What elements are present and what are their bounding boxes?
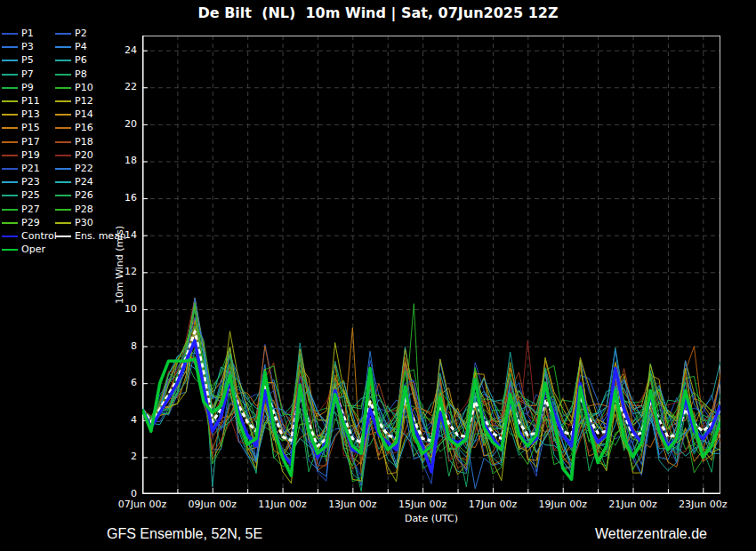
legend-line-p4: [55, 46, 71, 48]
x-tick-23jun-00z: 23Jun 00z: [667, 499, 738, 510]
legend-label-p26: P26: [75, 189, 93, 201]
legend-label-p8: P8: [75, 68, 87, 80]
legend-line-p28: [55, 209, 71, 211]
legend-line-p29: [2, 222, 18, 224]
y-tick-4: 4: [105, 414, 137, 426]
y-tick-22: 22: [105, 81, 137, 92]
x-tick-11jun-00z: 11Jun 00z: [247, 499, 318, 510]
legend-line-p25: [2, 195, 18, 196]
legend-line-p23: [2, 181, 18, 183]
legend-line-p7: [2, 74, 18, 76]
legend-label-p6: P6: [75, 54, 87, 66]
legend-line-p2: [55, 33, 71, 35]
legend-line-p30: [55, 222, 71, 224]
x-tick-19jun-00z: 19Jun 00z: [527, 499, 599, 510]
legend-label-p21: P21: [21, 163, 40, 174]
site-watermark: Wetterzentrale.de: [595, 526, 707, 542]
legend-label-p17: P17: [21, 136, 40, 148]
legend-line-p11: [2, 100, 18, 102]
legend-line-p24: [55, 181, 71, 183]
legend-label-p28: P28: [75, 204, 93, 215]
legend-label-p30: P30: [75, 217, 93, 228]
legend-line-p6: [55, 60, 71, 61]
legend-label-p14: P14: [75, 108, 93, 120]
legend-line-p14: [55, 114, 71, 116]
legend-label-p27: P27: [21, 204, 40, 215]
legend-label-p1: P1: [21, 28, 34, 39]
legend-line-p10: [55, 87, 71, 89]
x-tick-07jun-00z: 07Jun 00z: [107, 499, 178, 510]
legend-label-p18: P18: [75, 136, 93, 148]
legend-label-p4: P4: [75, 41, 87, 52]
y-tick-2: 2: [105, 451, 137, 462]
y-tick-18: 18: [105, 155, 137, 166]
legend-line-p16: [55, 127, 71, 129]
legend-label-p19: P19: [21, 149, 40, 161]
legend-label-oper: Oper: [21, 244, 45, 255]
legend-label-p7: P7: [21, 68, 34, 80]
x-axis-title: Date (UTC): [396, 513, 467, 524]
legend-line-p18: [55, 141, 71, 143]
legend-label-p5: P5: [21, 54, 34, 66]
x-tick-15jun-00z: 15Jun 00z: [387, 499, 458, 510]
chart-canvas: [142, 36, 720, 494]
legend-line-control: [2, 236, 18, 237]
y-tick-24: 24: [105, 44, 137, 56]
y-tick-8: 8: [105, 340, 137, 352]
legend-label-p9: P9: [21, 82, 34, 93]
x-tick-13jun-00z: 13Jun 00z: [317, 499, 388, 510]
y-tick-10: 10: [105, 303, 137, 315]
legend-line-ens-mean: [55, 236, 71, 237]
legend-line-p3: [2, 46, 18, 48]
legend-label-control: Control: [21, 230, 57, 242]
legend-line-p26: [55, 195, 71, 196]
legend-label-p10: P10: [75, 82, 93, 93]
ensemble-chart-page: De Bilt (NL) 10m Wind | Sat, 07Jun2025 1…: [0, 0, 756, 551]
legend-label-p25: P25: [21, 189, 40, 201]
legend-label-p3: P3: [21, 41, 34, 52]
y-tick-16: 16: [105, 192, 137, 204]
legend-label-p15: P15: [21, 122, 40, 133]
y-tick-12: 12: [105, 266, 137, 277]
legend-line-p12: [55, 100, 71, 102]
legend-line-p5: [2, 60, 18, 61]
legend-label-p20: P20: [75, 149, 93, 161]
y-tick-20: 20: [105, 118, 137, 130]
legend-line-p27: [2, 209, 18, 211]
legend-label-p12: P12: [75, 95, 93, 107]
legend-label-p24: P24: [75, 176, 93, 188]
legend-line-p22: [55, 168, 71, 170]
legend-line-p21: [2, 168, 18, 170]
legend-line-p1: [2, 33, 18, 35]
x-tick-21jun-00z: 21Jun 00z: [598, 499, 669, 510]
legend-label-p11: P11: [21, 95, 40, 107]
legend-line-p8: [55, 74, 71, 76]
legend-line-oper: [2, 249, 18, 251]
legend-line-p15: [2, 127, 18, 129]
legend-label-p23: P23: [21, 176, 40, 188]
legend-label-p22: P22: [75, 163, 93, 174]
legend-label-p29: P29: [21, 217, 40, 228]
legend-line-p13: [2, 114, 18, 116]
y-tick-14: 14: [105, 229, 137, 241]
legend-line-p9: [2, 87, 18, 89]
chart-source-label: GFS Ensemble, 52N, 5E: [107, 526, 262, 542]
legend-line-p20: [55, 155, 71, 156]
legend-label-p2: P2: [75, 28, 87, 39]
legend-line-p17: [2, 141, 18, 143]
x-tick-09jun-00z: 09Jun 00z: [177, 499, 248, 510]
legend-label-p16: P16: [75, 122, 93, 133]
legend-label-p13: P13: [21, 108, 40, 120]
y-tick-6: 6: [105, 377, 137, 388]
legend-line-p19: [2, 155, 18, 156]
x-tick-17jun-00z: 17Jun 00z: [457, 499, 528, 510]
